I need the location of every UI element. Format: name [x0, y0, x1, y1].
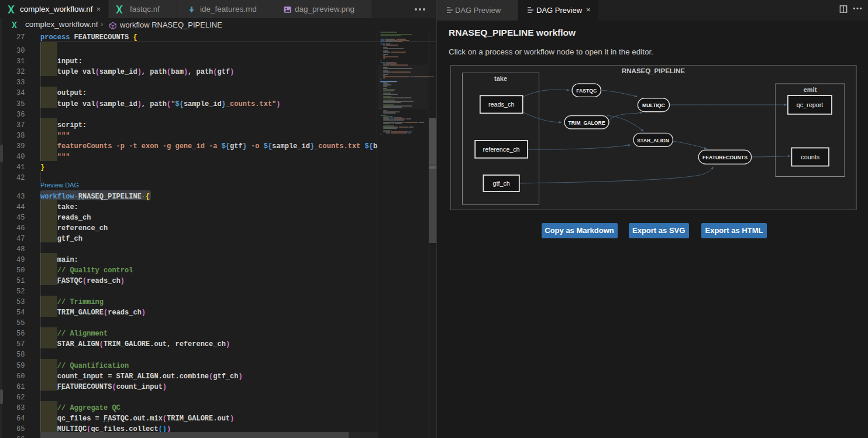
- svg-text:reference_ch: reference_ch: [483, 146, 520, 153]
- svg-text:MULTIQC: MULTIQC: [642, 102, 666, 108]
- svg-text:RNASEQ_PIPELINE: RNASEQ_PIPELINE: [622, 67, 685, 74]
- svg-text:FEATURECOUNTS: FEATURECOUNTS: [702, 155, 748, 160]
- svg-text:TRIM_GALORE: TRIM_GALORE: [568, 120, 605, 126]
- svg-text:take: take: [494, 75, 507, 82]
- svg-text:counts: counts: [801, 153, 819, 160]
- svg-text:STAR_ALIGN: STAR_ALIGN: [637, 138, 669, 143]
- svg-text:FASTQC: FASTQC: [576, 88, 597, 94]
- svg-text:qc_report: qc_report: [797, 101, 824, 108]
- svg-text:gtf_ch: gtf_ch: [492, 180, 509, 187]
- svg-text:emit: emit: [804, 86, 817, 93]
- svg-text:reads_ch: reads_ch: [488, 101, 514, 108]
